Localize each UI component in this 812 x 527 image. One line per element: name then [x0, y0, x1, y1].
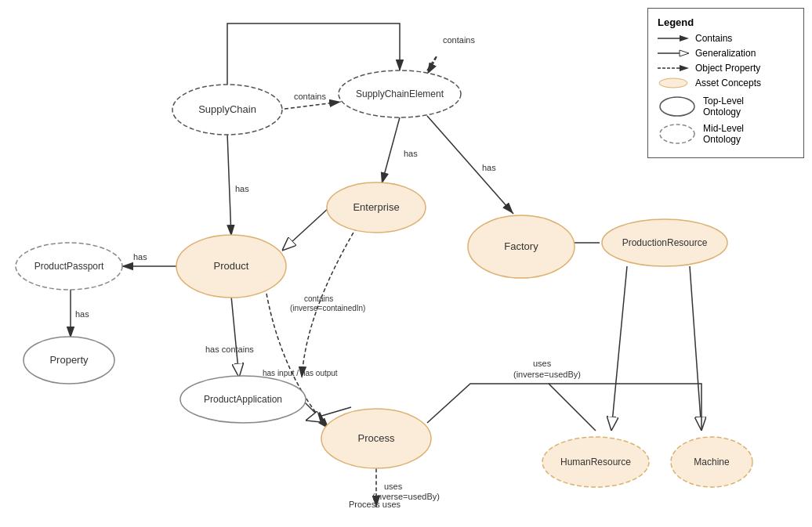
diagram-container: contains contains has has has has has co…	[0, 0, 812, 527]
label-product: Product	[214, 260, 249, 272]
legend-midlevel: Mid-Level Ontology	[658, 122, 794, 146]
legend-asset-icon	[658, 78, 689, 88]
label-prodres: ProductionResource	[622, 237, 708, 248]
label-uses-down: uses	[384, 482, 403, 491]
svg-point-10	[660, 97, 694, 116]
legend-asset-label: Asset Concepts	[695, 78, 761, 88]
label-contains-inverse: contains	[304, 294, 333, 303]
edge-prodres-machine	[690, 266, 701, 431]
label-has-sc-product: has	[235, 184, 249, 193]
edge-human-process	[427, 384, 596, 431]
legend-contains-label: Contains	[695, 33, 732, 44]
legend-asset: Asset Concepts	[658, 78, 794, 88]
edge-enterprise-product	[282, 208, 329, 251]
label-productpassport: ProductPassport	[34, 261, 104, 272]
svg-marker-6	[680, 50, 689, 56]
edge-scelem-enterprise	[382, 117, 400, 184]
label-has-prop: has	[75, 309, 89, 319]
legend-midlevel-icon	[658, 122, 697, 146]
label-contains-inverse2: (inverse=containedIn)	[290, 304, 365, 312]
label-has-input-output: has input / has output	[263, 369, 338, 377]
label-uses-inverse2: (inverse=usedBy)	[513, 370, 581, 379]
edge-supplychain-to-scelem	[278, 102, 341, 110]
label-has-enterprise: has	[404, 149, 418, 158]
label-contains-1: contains	[294, 92, 326, 101]
legend-toplevel: Top-Level Ontology	[658, 95, 794, 118]
label-productapp: ProductApplication	[204, 394, 282, 405]
label-humanresource: HumanResource	[560, 457, 631, 467]
label-supplychain: SupplyChain	[198, 103, 256, 115]
label-property: Property	[49, 354, 89, 366]
svg-marker-8	[680, 65, 689, 71]
svg-point-9	[659, 78, 687, 88]
edge-product-productapp	[231, 296, 239, 377]
label-factory: Factory	[504, 240, 538, 252]
legend-title: Legend	[658, 16, 794, 28]
edge-sc-product-has	[227, 133, 231, 236]
label-has-factory: has	[482, 163, 496, 172]
legend-ellipses: Top-Level Ontology Mid-Level Ontology	[658, 95, 794, 146]
edge-scelem-factory	[427, 116, 513, 214]
svg-point-11	[660, 125, 694, 143]
edge-prodres-human	[611, 266, 627, 431]
label-has-passport: has	[133, 252, 147, 262]
label-machine: Machine	[694, 457, 730, 467]
legend-gen-label: Generalization	[695, 48, 756, 59]
label-enterprise: Enterprise	[353, 201, 399, 213]
legend-toplevel-icon	[658, 95, 697, 118]
legend-generalization: Generalization	[658, 48, 794, 59]
label-has-contains: has contains	[205, 345, 254, 354]
legend-contains-icon	[658, 33, 689, 44]
label-uses-inverse: uses	[533, 359, 552, 368]
label-scelem: SupplyChainElement	[356, 88, 444, 99]
label-contains-self: contains	[443, 35, 475, 45]
legend-objprop-label: Object Property	[695, 63, 760, 74]
legend-box: Legend Contains Generalization Object Pr…	[647, 8, 804, 158]
legend-toplevel-label: Top-Level Ontology	[703, 96, 744, 117]
edge-scelem-self	[427, 56, 437, 74]
label-process: Process	[358, 432, 395, 444]
legend-objprop: Object Property	[658, 63, 794, 74]
legend-objprop-icon	[658, 63, 689, 74]
legend-midlevel-label: Mid-Level Ontology	[703, 123, 744, 145]
label-process-uses: Process uses	[349, 500, 401, 509]
legend-contains: Contains	[658, 33, 794, 44]
legend-gen-icon	[658, 48, 689, 59]
svg-marker-4	[680, 35, 689, 42]
